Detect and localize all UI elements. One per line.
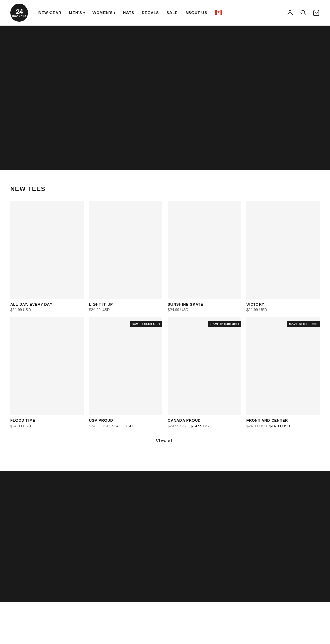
price-regular: $24.99 USD <box>89 308 110 312</box>
chevron-down-icon: ▾ <box>83 11 85 15</box>
price-sale: $14.99 USD <box>270 424 290 428</box>
product-image <box>168 201 241 299</box>
product-price: $24.99 USD $14.99 USD <box>168 424 241 428</box>
product-card[interactable]: SAVE $10.00 USD USA PROUD $24.99 USD $14… <box>89 317 162 428</box>
nav-womens[interactable]: WOMEN'S ▾ <box>92 11 116 15</box>
product-price: $24.99 USD <box>10 308 84 312</box>
nav-hats[interactable]: HATS <box>123 11 134 15</box>
product-card[interactable]: VICTORY $21.99 USD <box>246 201 320 312</box>
save-badge: SAVE $10.00 USD <box>287 321 320 327</box>
hero-banner <box>0 26 330 170</box>
section-title: NEW TEES <box>10 185 320 193</box>
canada-flag-icon[interactable] <box>215 10 222 16</box>
product-price: $24.99 USD $14.99 USD <box>89 424 162 428</box>
nav-womens-link[interactable]: WOMEN'S <box>92 11 113 15</box>
product-name: CANADA PROUD <box>168 418 241 422</box>
save-badge: SAVE $10.00 USD <box>130 321 162 327</box>
header-icons <box>287 9 320 16</box>
svg-point-4 <box>289 10 292 13</box>
product-image <box>10 317 84 415</box>
product-grid-row2: FLOOD TIME $24.99 USD SAVE $10.00 USD US… <box>10 317 320 428</box>
new-tees-section: NEW TEES ALL DAY, EVERY DAY $24.99 USD L… <box>0 170 330 471</box>
svg-point-5 <box>301 10 305 14</box>
product-image: SAVE $10.00 USD <box>89 317 162 415</box>
nav-sale[interactable]: SALE <box>167 11 178 15</box>
nav-about-us[interactable]: ABOUT US <box>185 11 207 15</box>
product-name: FRONT AND CENTER <box>246 418 320 422</box>
product-name: ALL DAY, EVERY DAY <box>10 302 84 306</box>
price-original: $24.99 USD <box>246 424 267 428</box>
account-icon[interactable] <box>287 9 294 16</box>
bottom-banner-left[interactable] <box>0 471 165 602</box>
cart-icon[interactable] <box>313 9 320 16</box>
price-sale: $14.99 USD <box>112 424 133 428</box>
product-card[interactable]: LIGHT IT UP $24.99 USD <box>89 201 162 312</box>
nav-decals[interactable]: DECALS <box>142 11 159 15</box>
product-image: SAVE $10.00 USD <box>246 317 320 415</box>
product-image <box>246 201 320 299</box>
product-card[interactable]: FLOOD TIME $24.99 USD <box>10 317 84 428</box>
logo-number: 24 <box>16 8 23 15</box>
svg-rect-2 <box>221 10 223 15</box>
product-grid-row1: ALL DAY, EVERY DAY $24.99 USD LIGHT IT U… <box>10 201 320 312</box>
site-header: 24 HOCKEYS NEW GEAR MEN'S ▾ WOMEN'S ▾ HA… <box>0 0 330 26</box>
logo[interactable]: 24 HOCKEYS <box>10 4 28 22</box>
price-regular: $24.99 USD <box>168 308 188 312</box>
product-price: $21.99 USD <box>246 308 320 312</box>
product-price: $24.99 USD <box>168 308 241 312</box>
product-name: USA PROUD <box>89 418 162 422</box>
search-icon[interactable] <box>300 9 307 16</box>
product-card[interactable]: SAVE $10.00 USD CANADA PROUD $24.99 USD … <box>168 317 241 428</box>
save-badge: SAVE $10.00 USD <box>208 321 241 327</box>
price-regular: $24.99 USD <box>10 308 31 312</box>
main-navigation: NEW GEAR MEN'S ▾ WOMEN'S ▾ HATS DECALS S… <box>38 10 287 16</box>
product-name: FLOOD TIME <box>10 418 84 422</box>
svg-line-6 <box>304 14 306 15</box>
price-original: $24.99 USD <box>168 424 188 428</box>
price-sale: $14.99 USD <box>191 424 211 428</box>
svg-rect-1 <box>215 10 217 15</box>
nav-mens-link[interactable]: MEN'S <box>69 11 82 15</box>
nav-mens[interactable]: MEN'S ▾ <box>69 11 85 15</box>
product-name: VICTORY <box>246 302 320 306</box>
bottom-banner-right[interactable] <box>165 471 330 602</box>
product-card[interactable]: SUNSHINE SKATE $24.99 USD <box>168 201 241 312</box>
product-price: $24.99 USD <box>10 424 84 428</box>
product-price: $24.99 USD <box>89 308 162 312</box>
product-image: SAVE $10.00 USD <box>168 317 241 415</box>
price-regular: $24.99 USD <box>10 424 31 428</box>
product-name: LIGHT IT UP <box>89 302 162 306</box>
logo-circle: 24 HOCKEYS <box>10 4 28 22</box>
view-all-wrap: View all <box>10 435 320 447</box>
chevron-down-icon: ▾ <box>114 11 116 15</box>
price-original: $24.99 USD <box>89 424 110 428</box>
bottom-banners <box>0 471 330 602</box>
product-image <box>89 201 162 299</box>
product-name: SUNSHINE SKATE <box>168 302 241 306</box>
product-price: $24.99 USD $14.99 USD <box>246 424 320 428</box>
product-image <box>10 201 84 299</box>
view-all-button[interactable]: View all <box>145 435 185 447</box>
price-regular: $21.99 USD <box>246 308 267 312</box>
product-card[interactable]: ALL DAY, EVERY DAY $24.99 USD <box>10 201 84 312</box>
nav-new-gear[interactable]: NEW GEAR <box>38 11 62 15</box>
product-card[interactable]: SAVE $10.00 USD FRONT AND CENTER $24.99 … <box>246 317 320 428</box>
logo-subtitle: HOCKEYS <box>12 15 26 18</box>
